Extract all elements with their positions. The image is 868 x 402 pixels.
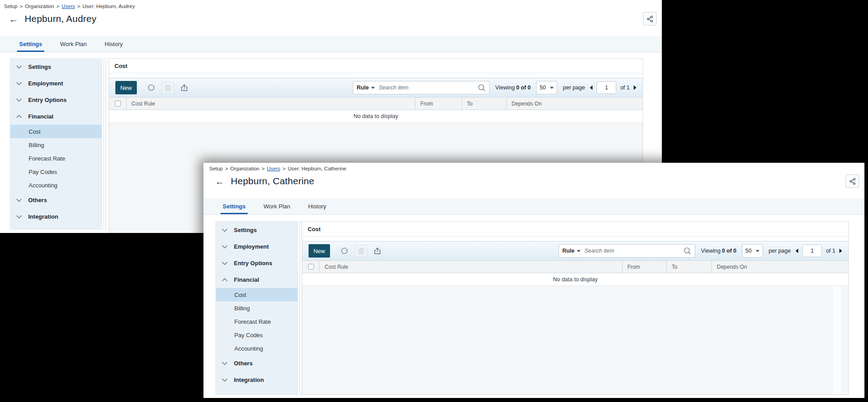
- tab-bar: Settings Work Plan History: [203, 198, 864, 215]
- sidebar-section-entry-options[interactable]: Entry Options: [10, 92, 102, 108]
- refresh-button[interactable]: [338, 245, 351, 257]
- share-icon: [849, 178, 856, 185]
- search-icon[interactable]: [683, 247, 691, 255]
- empty-table-message: No data to display: [302, 273, 848, 286]
- back-button[interactable]: ←: [215, 177, 224, 186]
- sidebar-item-pay-codes[interactable]: Pay Codes: [216, 328, 297, 342]
- sidebar-item-cost[interactable]: Cost: [216, 288, 297, 301]
- page-size-select[interactable]: 50: [536, 81, 557, 94]
- toolbar: New Rule Viewing0 of 0 50: [109, 78, 643, 97]
- search-box: Rule: [559, 244, 695, 258]
- tab-settings[interactable]: Settings: [220, 198, 248, 214]
- vertical-scrollbar[interactable]: [833, 286, 841, 394]
- sidebar-item-accounting[interactable]: Accounting: [10, 178, 102, 192]
- delete-button[interactable]: [161, 81, 174, 94]
- column-header-depends-on[interactable]: Depends On: [506, 97, 643, 110]
- chevron-down-icon: [16, 65, 22, 69]
- column-header-from[interactable]: From: [415, 97, 462, 110]
- sidebar-item-accounting[interactable]: Accounting: [216, 342, 297, 355]
- tab-work-plan[interactable]: Work Plan: [58, 36, 89, 52]
- search-input[interactable]: [584, 248, 683, 254]
- sidebar-item-forecast-rate[interactable]: Forecast Rate: [216, 315, 297, 328]
- page-size-select[interactable]: 50: [742, 244, 763, 258]
- chevron-down-icon: [16, 98, 22, 102]
- search-input[interactable]: [379, 85, 478, 91]
- new-button[interactable]: New: [115, 81, 137, 94]
- sidebar-section-settings[interactable]: Settings: [216, 222, 297, 238]
- select-all-cell: [109, 97, 126, 110]
- breadcrumb-users-link[interactable]: Users: [267, 166, 280, 171]
- share-button[interactable]: [643, 12, 656, 25]
- next-page-button[interactable]: [839, 249, 842, 253]
- breadcrumb-current: User: Hepburn, Catherine: [288, 166, 346, 171]
- panel-title: Cost: [302, 222, 848, 237]
- breadcrumb-users-link[interactable]: Users: [62, 4, 75, 9]
- refresh-icon: [146, 83, 156, 93]
- tab-settings[interactable]: Settings: [17, 36, 44, 52]
- column-header-to[interactable]: To: [462, 97, 506, 110]
- column-header-from[interactable]: From: [622, 261, 666, 273]
- sidebar-section-integration[interactable]: Integration: [10, 208, 102, 225]
- column-header-cost-rule[interactable]: Cost Rule: [126, 97, 415, 110]
- column-header-to[interactable]: To: [666, 261, 711, 273]
- column-header-depends-on[interactable]: Depends On: [711, 261, 848, 273]
- chevron-down-icon: [222, 245, 228, 249]
- previous-page-button[interactable]: [796, 249, 798, 253]
- sidebar-item-forecast-rate[interactable]: Forecast Rate: [10, 152, 102, 165]
- chevron-down-icon: [222, 378, 228, 382]
- per-page-label: per page: [769, 248, 791, 254]
- share-button[interactable]: [846, 174, 859, 188]
- previous-page-button[interactable]: [590, 85, 593, 90]
- toolbar: New Rule Viewing0 of 0 50: [302, 241, 848, 261]
- trash-icon: [164, 84, 172, 92]
- export-button[interactable]: [178, 81, 191, 94]
- export-button[interactable]: [371, 245, 384, 257]
- sidebar-item-billing[interactable]: Billing: [10, 138, 102, 152]
- chevron-down-icon: [16, 215, 22, 219]
- next-page-button[interactable]: [634, 85, 636, 90]
- delete-button[interactable]: [355, 245, 367, 257]
- sidebar-scrollbar[interactable]: [103, 58, 106, 229]
- breadcrumb: Setup>Organization>Users>User: Hepburn, …: [209, 166, 347, 171]
- select-all-checkbox[interactable]: [308, 264, 314, 270]
- sidebar-item-cost[interactable]: Cost: [10, 125, 102, 138]
- page-number-input[interactable]: [597, 81, 616, 94]
- chevron-down-icon[interactable]: [371, 87, 375, 89]
- chevron-down-icon[interactable]: [577, 250, 580, 252]
- back-button[interactable]: ←: [9, 14, 18, 24]
- chevron-down-icon: [16, 82, 22, 85]
- empty-table-message: No data to display: [109, 110, 643, 123]
- sidebar-section-financial[interactable]: Financial: [10, 108, 102, 125]
- page-title: Hepburn, Catherine: [231, 176, 314, 186]
- tab-history[interactable]: History: [306, 198, 328, 214]
- sidebar-item-billing[interactable]: Billing: [216, 301, 297, 315]
- chevron-up-icon: [16, 115, 22, 118]
- sidebar-section-entry-options[interactable]: Entry Options: [216, 255, 297, 271]
- sidebar-section-employment[interactable]: Employment: [10, 75, 102, 92]
- refresh-button[interactable]: [145, 81, 157, 94]
- sidebar-section-others[interactable]: Others: [216, 355, 297, 372]
- table-header-row: Cost Rule From To Depends On: [302, 261, 848, 273]
- chevron-down-icon: [222, 229, 228, 232]
- breadcrumb-setup: Setup: [4, 4, 17, 9]
- search-icon[interactable]: [478, 84, 486, 92]
- breadcrumb-current: User: Hepburn, Audrey: [82, 4, 135, 9]
- chevron-down-icon: [756, 250, 759, 252]
- tab-work-plan[interactable]: Work Plan: [261, 198, 292, 214]
- sidebar-section-integration[interactable]: Integration: [216, 372, 297, 388]
- settings-sidebar: Settings Employment Entry Options Financ…: [216, 221, 298, 395]
- filter-dropdown[interactable]: Rule: [563, 248, 575, 254]
- select-all-checkbox[interactable]: [115, 101, 121, 106]
- sidebar-section-financial[interactable]: Financial: [216, 271, 297, 288]
- sidebar-section-employment[interactable]: Employment: [216, 238, 297, 255]
- new-button[interactable]: New: [309, 244, 330, 258]
- sidebar-section-others[interactable]: Others: [10, 192, 102, 208]
- sidebar-item-pay-codes[interactable]: Pay Codes: [10, 165, 102, 178]
- page-number-input[interactable]: [802, 245, 822, 257]
- tab-history[interactable]: History: [102, 36, 125, 52]
- filter-dropdown[interactable]: Rule: [357, 85, 369, 91]
- column-header-cost-rule[interactable]: Cost Rule: [319, 261, 622, 273]
- user-window-catherine: Setup>Organization>Users>User: Hepburn, …: [203, 163, 864, 398]
- export-icon: [180, 83, 189, 92]
- sidebar-section-settings[interactable]: Settings: [10, 59, 102, 75]
